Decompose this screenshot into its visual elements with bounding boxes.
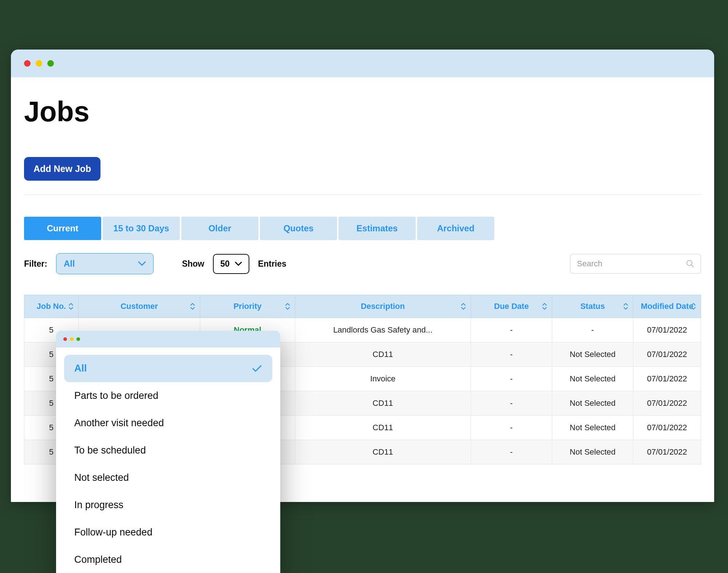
filter-dropdown-popup: AllParts to be orderedAnother visit need… [56,331,280,573]
cell: CD11 [295,416,471,440]
cell: 07/01/2022 [633,440,701,464]
cell: Not Selected [552,367,633,391]
filter-option-to-be-scheduled[interactable]: To be scheduled [64,437,272,464]
popup-titlebar [56,331,280,348]
cell: Not Selected [552,391,633,416]
filter-option-not-selected[interactable]: Not selected [64,464,272,491]
cell: 07/01/2022 [633,391,701,416]
filter-option-all[interactable]: All [64,355,272,382]
cell: Not Selected [552,440,633,464]
sort-icon [460,302,466,310]
filter-value: All [64,259,75,269]
column-customer[interactable]: Customer [78,295,200,318]
cell: Not Selected [552,342,633,367]
filter-option-completed[interactable]: Completed [64,546,272,573]
cell: Invoice [295,367,471,391]
cell: Not Selected [552,416,633,440]
check-icon [252,365,262,373]
cell: 07/01/2022 [633,318,701,342]
divider [24,195,701,195]
app-window: Jobs Add New Job Current15 to 30 DaysOld… [11,50,714,502]
cell: - [471,416,552,440]
search-input[interactable] [577,259,686,268]
popup-maximize-icon[interactable] [76,337,80,341]
filter-option-follow-up-needed[interactable]: Follow-up needed [64,519,272,546]
filter-option-parts-to-be-ordered[interactable]: Parts to be ordered [64,382,272,409]
column-due-date[interactable]: Due Date [471,295,552,318]
sort-icon [190,302,195,310]
svg-line-1 [691,265,693,267]
column-priority[interactable]: Priority [200,295,295,318]
cell: CD11 [295,440,471,464]
tab-older[interactable]: Older [181,217,258,240]
entries-label: Entries [258,259,286,269]
window-close-icon[interactable] [24,60,31,67]
chevron-down-icon [138,261,146,266]
column-description[interactable]: Description [295,295,471,318]
entries-dropdown[interactable]: 50 [213,254,249,274]
window-maximize-icon[interactable] [47,60,54,67]
cell: - [471,440,552,464]
tab-current[interactable]: Current [24,217,101,240]
column-modified-date[interactable]: Modified Date [633,295,701,318]
cell: - [471,318,552,342]
controls-row: Filter: All Show 50 Entries [24,253,701,274]
entries-value: 50 [220,259,230,269]
chevron-down-icon [235,262,242,266]
filter-option-another-visit-needed[interactable]: Another visit needed [64,409,272,437]
cell: - [552,318,633,342]
sort-icon [691,302,696,310]
popup-body: AllParts to be orderedAnother visit need… [56,348,280,573]
filter-option-in-progress[interactable]: In progress [64,491,272,519]
tab-15-to-30-days[interactable]: 15 to 30 Days [103,217,180,240]
sort-icon [68,302,74,310]
window-minimize-icon[interactable] [36,60,42,67]
show-label: Show [182,259,204,269]
search-box[interactable] [570,254,701,274]
popup-minimize-icon[interactable] [70,337,74,341]
cell: Landlords Gas Safety and... [295,318,471,342]
cell: - [471,342,552,367]
page-title: Jobs [24,95,701,128]
sort-icon [542,302,547,310]
popup-close-icon[interactable] [63,337,67,341]
cell: 07/01/2022 [633,416,701,440]
column-job-no[interactable]: Job No. [24,295,79,318]
add-new-job-button[interactable]: Add New Job [24,157,100,181]
search-icon [686,260,694,268]
sort-icon [285,302,290,310]
tab-archived[interactable]: Archived [417,217,494,240]
tab-estimates[interactable]: Estimates [339,217,416,240]
cell: 07/01/2022 [633,342,701,367]
window-titlebar [11,50,714,77]
sort-icon [623,302,629,310]
filter-label: Filter: [24,259,47,269]
filter-dropdown[interactable]: All [56,253,154,274]
cell: CD11 [295,342,471,367]
tab-quotes[interactable]: Quotes [260,217,337,240]
cell: 07/01/2022 [633,367,701,391]
cell: - [471,391,552,416]
cell: CD11 [295,391,471,416]
column-status[interactable]: Status [552,295,633,318]
cell: - [471,367,552,391]
tabs: Current15 to 30 DaysOlderQuotesEstimates… [24,217,701,240]
